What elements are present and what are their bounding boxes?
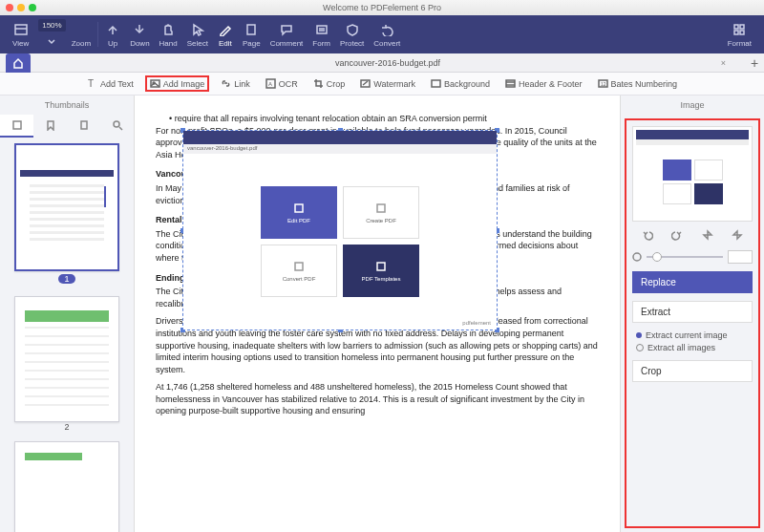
down-tool[interactable]: Down [125,22,154,48]
extract-all-radio[interactable]: Extract all images [636,343,753,352]
background-icon [431,78,441,89]
crop-button[interactable]: Crop [309,76,350,91]
embedded-card: Edit PDF [261,186,337,239]
svg-rect-27 [81,121,87,129]
image-preview [632,126,753,222]
background-label: Background [444,79,490,89]
page-icon [244,22,259,37]
embedded-logo: pdfelement [462,320,491,326]
svg-rect-0 [15,25,27,34]
thumbnail-page-2[interactable] [14,296,119,422]
rotate-right-button[interactable] [671,229,683,243]
watermark-label: Watermark [373,79,415,89]
thumbnail-page-1[interactable] [14,143,119,271]
replace-button[interactable]: Replace [632,271,753,293]
view-tool[interactable]: View [8,22,33,48]
zoom-tool[interactable]: 150% [33,19,70,50]
protect-tool[interactable]: Protect [335,22,369,48]
convert-tool[interactable]: Convert [369,22,405,48]
svg-rect-10 [740,25,744,29]
format-label: Format [728,39,752,48]
bates-button[interactable]: 12 Bates Numbering [594,76,682,91]
bates-icon: 12 [598,78,608,89]
tab-bar: vancouver-2016-budget.pdf × + [0,53,764,73]
svg-rect-26 [13,121,21,129]
rotate-left-button[interactable] [642,229,653,243]
flip-horizontal-button[interactable] [732,229,743,243]
comment-label: Comment [270,39,304,48]
bookmarks-tab[interactable] [33,115,67,138]
doc-bullet: require that all repairs involving tenan… [156,113,599,125]
form-icon [314,22,329,37]
shield-icon [345,22,360,37]
thumbnails-tab[interactable] [0,115,33,138]
text-icon: T [87,78,97,89]
attachments-tab[interactable] [67,115,100,138]
slider-knob[interactable] [652,252,662,262]
zoom-value[interactable]: 150% [38,19,65,32]
document-view[interactable]: require that all repairs involving tenan… [134,96,621,532]
svg-rect-20 [432,80,440,87]
svg-marker-37 [737,235,741,239]
thumbnail-number-2: 2 [14,422,119,432]
comment-tool[interactable]: Comment [265,22,308,48]
format-icon [732,22,747,37]
view-label: View [12,39,29,48]
embedded-app-screenshot: vancouver-2016-budget.pdf Edit PDF Creat… [183,131,497,330]
svg-marker-4 [194,25,202,35]
thumbnails-title: Thumbnails [0,96,134,115]
thumbnails-panel: Thumbnails 1 2 [0,96,134,532]
background-button[interactable]: Background [427,76,494,91]
header-footer-button[interactable]: Header & Footer [501,76,586,91]
page-tool[interactable]: Page [238,22,265,48]
down-label: Down [130,39,149,48]
arrow-up-icon [105,22,120,37]
opacity-slider[interactable] [632,250,753,264]
search-tab[interactable] [100,115,134,138]
watermark-button[interactable]: Watermark [356,76,419,91]
extract-button[interactable]: Extract [632,301,753,323]
new-tab-button[interactable]: + [745,55,764,71]
crop-image-button[interactable]: Crop [632,360,753,382]
flip-vertical-button[interactable] [702,229,713,243]
add-text-button[interactable]: T Add Text [83,76,138,91]
hand-icon [160,22,176,37]
edit-icon [218,22,233,37]
svg-rect-11 [734,31,738,34]
svg-marker-35 [704,235,708,239]
embedded-tab-label: vancouver-2016-budget.pdf [183,144,497,154]
hand-tool[interactable]: Hand [155,22,182,48]
svg-text:12: 12 [601,81,606,87]
svg-rect-9 [734,25,738,29]
embedded-card: PDF Templates [343,245,419,297]
home-tab[interactable] [6,53,31,73]
image-panel-title: Image [621,96,764,115]
extract-current-radio[interactable]: Extract current image [636,330,753,340]
form-tool[interactable]: Form [308,22,335,48]
svg-rect-33 [377,263,385,270]
ocr-button[interactable]: A OCR [262,76,302,91]
svg-rect-30 [295,204,303,212]
document-tab[interactable]: vancouver-2016-budget.pdf × [31,58,745,68]
format-tool[interactable]: Format [723,22,756,48]
link-button[interactable]: Link [217,76,254,91]
select-tool[interactable]: Select [182,22,213,48]
svg-rect-31 [377,204,385,212]
svg-point-38 [633,253,641,261]
crop-label: Crop [327,79,346,89]
image-panel: Image R [621,96,764,532]
up-tool[interactable]: Up [100,22,125,48]
close-tab-button[interactable]: × [721,58,726,68]
select-label: Select [187,39,208,48]
watermark-icon [360,78,371,89]
selected-image[interactable]: vancouver-2016-budget.pdf Edit PDF Creat… [182,130,498,330]
embedded-card: Convert PDF [261,245,337,297]
slider-value-input[interactable] [728,250,753,264]
thumbnail-page-3[interactable] [14,441,119,532]
add-image-button[interactable]: Add Image [145,75,210,92]
bates-label: Bates Numbering [611,79,678,89]
zoom-label: Zoom [72,39,91,48]
document-tab-label: vancouver-2016-budget.pdf [335,58,440,68]
convert-label: Convert [373,39,400,48]
edit-tool[interactable]: Edit [213,22,238,48]
